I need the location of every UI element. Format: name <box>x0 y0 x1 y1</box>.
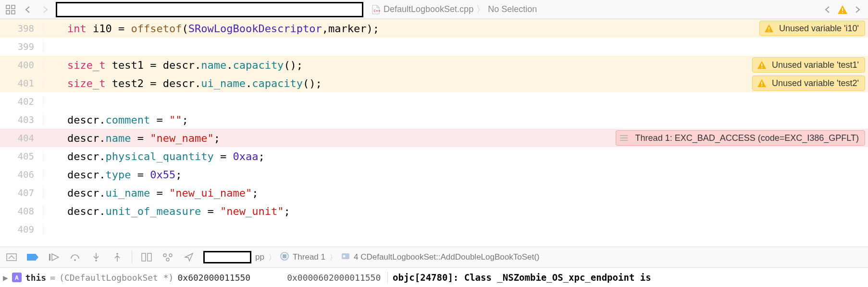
issue-text: Unused variable 'test1' <box>772 60 859 70</box>
svg-rect-0 <box>6 5 10 9</box>
breadcrumb-file[interactable]: DefaultLogbookSet.cpp <box>384 4 473 14</box>
next-issue-button[interactable] <box>851 3 864 16</box>
jump-bar: c++ DefaultLogbookSet.cpp 〉 No Selection <box>0 0 868 19</box>
code-line[interactable]: 408descr.unit_of_measure = "new_unit"; <box>0 202 868 220</box>
svg-point-19 <box>95 260 97 262</box>
svg-rect-7 <box>769 27 769 29</box>
code-text: descr.ui_name = "new_ui_name"; <box>43 187 258 199</box>
thread-file-suffix: pp <box>255 252 264 262</box>
warning-icon <box>837 4 848 15</box>
svg-point-20 <box>116 253 118 255</box>
variables-view[interactable]: ▶ A this = (CDefaultLogbookSet *) 0x6020… <box>0 273 381 283</box>
breakpoints-button[interactable] <box>26 250 39 264</box>
thread-lines-icon <box>620 135 628 141</box>
code-line[interactable]: 405descr.physical_quantity = 0xaa; <box>0 147 868 165</box>
frame-label[interactable]: 4 CDefaultLogbookSet::AddDoubleLogBookTo… <box>354 252 540 262</box>
warning-icon <box>756 60 767 70</box>
svg-point-24 <box>169 254 172 257</box>
code-line[interactable]: 409 <box>0 220 868 238</box>
svg-rect-3 <box>12 11 15 14</box>
code-text: int i10 = offsetof(SRowLogBookDescriptor… <box>43 23 379 35</box>
thread-breadcrumb[interactable]: pp 〉 Thread 1 〉 4 CDefaultLogbookSet::Ad… <box>203 251 540 263</box>
svg-rect-11 <box>761 82 762 84</box>
issue-text: Thread 1: EXC_BAD_ACCESS (code=EXC_I386_… <box>635 133 859 143</box>
breadcrumb-selection[interactable]: No Selection <box>488 4 537 14</box>
line-number: 403 <box>0 114 43 125</box>
code-line[interactable]: 401size_t test2 = descr.ui_name.capacity… <box>0 74 868 92</box>
code-text: descr.comment = ""; <box>43 114 188 126</box>
code-line[interactable]: 402 <box>0 92 868 111</box>
step-out-button[interactable] <box>111 250 124 264</box>
line-number: 400 <box>0 60 43 70</box>
line-number: 408 <box>0 206 43 216</box>
variable-kind-icon: A <box>12 273 22 282</box>
svg-rect-2 <box>6 11 10 14</box>
svg-rect-21 <box>142 253 146 261</box>
svg-rect-5 <box>842 8 843 11</box>
line-number: 399 <box>0 41 43 52</box>
breadcrumb-separator-icon: 〉 <box>329 252 337 263</box>
line-number: 398 <box>0 23 43 34</box>
console-line: objc[24780]: Class _NSZombie_OS_xpc_endp… <box>393 272 651 283</box>
svg-rect-10 <box>761 67 762 68</box>
code-line[interactable]: 406descr.type = 0x55; <box>0 165 868 184</box>
debug-console[interactable]: objc[24780]: Class _NSZombie_OS_xpc_endp… <box>387 272 868 283</box>
nav-back-button[interactable] <box>21 3 35 16</box>
jump-bar-right <box>821 3 864 16</box>
line-number: 404 <box>0 133 43 143</box>
inline-warning-badge[interactable]: Unused variable 'test2' <box>752 75 865 91</box>
svg-text:c++: c++ <box>373 9 380 13</box>
inline-error-badge[interactable]: Thread 1: EXC_BAD_ACCESS (code=EXC_I386_… <box>616 130 865 146</box>
inline-warning-badge[interactable]: Unused variable 'i10' <box>759 21 865 36</box>
line-number: 407 <box>0 187 43 198</box>
variable-value: 0x602000011550 <box>177 273 250 283</box>
svg-rect-9 <box>761 63 762 66</box>
step-into-button[interactable] <box>89 250 103 264</box>
code-text: descr.unit_of_measure = "new_unit"; <box>43 205 290 217</box>
view-debug-button[interactable] <box>140 250 153 264</box>
svg-rect-22 <box>148 253 151 261</box>
path-field[interactable] <box>56 2 363 17</box>
svg-rect-8 <box>769 31 769 32</box>
issue-text: Unused variable 'i10' <box>779 24 859 34</box>
code-line[interactable]: 398int i10 = offsetof(SRowLogBookDescrip… <box>0 19 868 37</box>
svg-rect-12 <box>761 86 762 87</box>
debug-graph-button[interactable] <box>161 250 174 264</box>
svg-rect-28 <box>342 253 349 259</box>
thread-icon <box>280 252 289 263</box>
code-line[interactable]: 400size_t test1 = descr.name.capacity();… <box>0 56 868 74</box>
code-text: size_t test1 = descr.name.capacity(); <box>43 59 303 71</box>
process-field[interactable] <box>203 251 251 263</box>
code-line[interactable]: 403descr.comment = ""; <box>0 111 868 129</box>
code-line[interactable]: 407descr.ui_name = "new_ui_name"; <box>0 184 868 202</box>
disclosure-triangle-icon[interactable]: ▶ <box>3 273 8 283</box>
prev-issue-button[interactable] <box>821 3 834 16</box>
breadcrumb-separator-icon: 〉 <box>268 252 276 263</box>
svg-rect-1 <box>12 5 15 9</box>
line-number: 409 <box>0 224 43 235</box>
source-editor[interactable]: 398int i10 = offsetof(SRowLogBookDescrip… <box>0 19 868 247</box>
variable-raw-value: 0x0000602000011550 <box>287 273 381 283</box>
debug-view-mode-button[interactable] <box>5 250 18 264</box>
issue-text: Unused variable 'test2' <box>772 78 859 88</box>
info-bar: ▶ A this = (CDefaultLogbookSet *) 0x6020… <box>0 268 868 287</box>
continue-button[interactable] <box>47 250 61 264</box>
related-items-button[interactable] <box>4 3 17 16</box>
code-line[interactable]: 404descr.name = "new_name";Thread 1: EXC… <box>0 129 868 147</box>
frame-icon <box>341 252 350 263</box>
location-button[interactable] <box>182 250 196 264</box>
variable-name: this <box>25 273 46 283</box>
svg-point-25 <box>166 258 169 261</box>
code-line[interactable]: 399 <box>0 37 868 56</box>
svg-rect-17 <box>49 254 50 261</box>
step-over-button[interactable] <box>68 250 82 264</box>
line-number: 405 <box>0 151 43 162</box>
line-number: 402 <box>0 96 43 107</box>
code-text: size_t test2 = descr.ui_name.capacity(); <box>43 77 322 89</box>
inline-warning-badge[interactable]: Unused variable 'test1' <box>752 57 865 73</box>
code-text: descr.name = "new_name"; <box>43 132 220 144</box>
thread-label[interactable]: Thread 1 <box>293 252 325 262</box>
svg-rect-6 <box>842 12 843 13</box>
nav-forward-button[interactable] <box>38 3 52 16</box>
breadcrumb[interactable]: c++ DefaultLogbookSet.cpp 〉 No Selection <box>367 4 537 15</box>
